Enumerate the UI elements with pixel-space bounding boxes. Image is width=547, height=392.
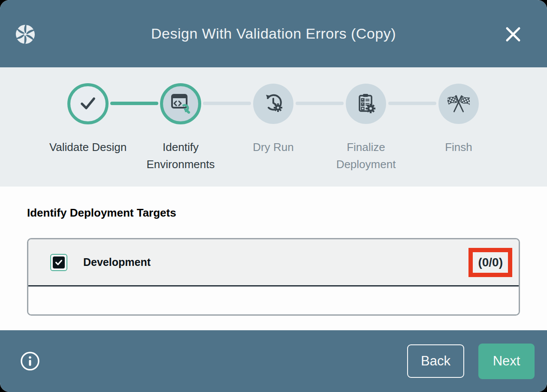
step-label-identify-environments: Identify Environments: [134, 139, 227, 173]
modal-header: Design With Validation Errors (Copy): [0, 0, 547, 67]
target-count: (0/0): [478, 256, 503, 269]
checkbox-check-icon: [53, 256, 65, 268]
wizard-stepper: Validate Design Identify Environments: [0, 67, 547, 187]
deployment-wizard-modal: Design With Validation Errors (Copy): [0, 0, 547, 392]
connector-done: [110, 102, 158, 105]
step-identify-environments[interactable]: [160, 83, 201, 124]
wizard-body: Identify Deployment Targets Development …: [0, 187, 547, 330]
step-label-validate-design: Validate Design: [42, 139, 134, 156]
step-label-dry-run: Dry Run: [227, 139, 320, 156]
modal-title: Design With Validation Errors (Copy): [0, 0, 547, 67]
connector-todo: [388, 102, 436, 105]
connector-todo: [203, 102, 251, 105]
step-validate-design[interactable]: [67, 83, 109, 124]
target-name: Development: [83, 256, 151, 268]
highlight-box: (0/0): [468, 248, 512, 277]
history-gear-icon: [263, 92, 284, 115]
deployment-targets-list: Development (0/0): [27, 238, 520, 316]
modal-footer: Back Next: [0, 330, 547, 392]
step-finalize-deployment[interactable]: [346, 84, 386, 124]
check-icon: [78, 93, 98, 115]
step-label-finish: Finsh: [412, 139, 505, 156]
finish-flags-icon: [447, 92, 470, 116]
code-window-wrench-icon: [170, 92, 191, 115]
info-icon[interactable]: [20, 351, 40, 371]
checklist-gear-icon: [355, 92, 377, 115]
step-label-finalize-deployment: Finalize Deployment: [320, 139, 412, 173]
step-dry-run[interactable]: [253, 84, 293, 124]
back-button[interactable]: Back: [407, 344, 464, 378]
section-heading: Identify Deployment Targets: [27, 206, 176, 220]
pinwheel-logo-icon: [14, 22, 36, 46]
target-list-empty-area: [28, 286, 519, 314]
development-checkbox[interactable]: [50, 254, 67, 271]
target-row-development[interactable]: Development (0/0): [28, 239, 519, 286]
step-finish[interactable]: [438, 84, 479, 124]
close-icon[interactable]: [504, 26, 522, 44]
next-button[interactable]: Next: [478, 344, 535, 379]
connector-todo: [296, 102, 344, 105]
